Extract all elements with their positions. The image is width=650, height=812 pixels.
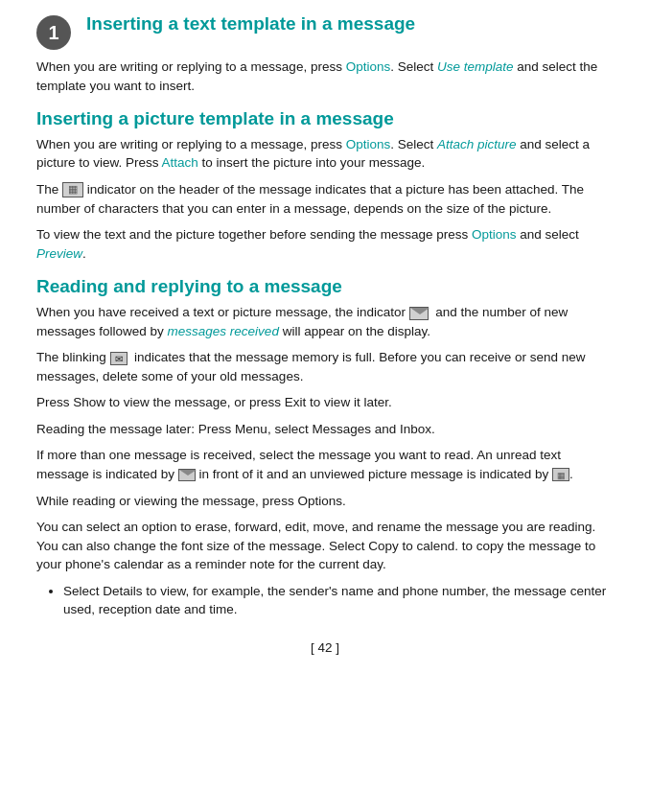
reading-p3: Press Show to view the message, or press… [36,393,614,412]
reading-p7: You can select an option to erase, forwa… [36,518,614,574]
page-container: 1 Inserting a text template in a message… [0,0,650,812]
reading-p1: When you have received a text or picture… [36,303,614,340]
options-link-2: Options [346,137,391,151]
section3-title: Reading and replying to a message [36,276,614,298]
messages-received-link: messages received [168,324,279,338]
section1-title-block: Inserting a text template in a message [86,13,614,39]
pic-template-p3: To view the text and the picture togethe… [36,225,614,263]
reading-p4: Reading the message later: Press Menu, s… [36,420,614,439]
reading-p2: The blinking ✉ indicates that the messag… [36,348,614,385]
preview-link: Preview [36,246,82,261]
unread-envelope-icon [178,469,196,481]
page-footer: [ 42 ] [36,638,614,658]
section2-title: Inserting a picture template in a messag… [36,108,614,130]
section3-body: When you have received a text or picture… [36,303,614,619]
section1-title: Inserting a text template in a message [86,13,614,35]
pic-template-p2: The indicator on the header of the messa… [36,180,614,218]
reading-p6: While reading or viewing the message, pr… [36,492,614,511]
bullet-list: Select Details to view, for example, the… [63,582,614,619]
pic-small-icon: ▦ [552,468,569,481]
use-template-link: Use template [437,59,514,74]
pic-template-p1: When you are writing or replying to a me… [36,135,614,173]
picture-icon [62,182,83,197]
section2-body: When you are writing or replying to a me… [36,135,614,263]
bell-icon: ✉ [110,352,128,365]
reading-p5: If more than one message is received, se… [36,446,614,483]
chapter-header: 1 Inserting a text template in a message [36,13,614,50]
bullet-item-1: Select Details to view, for example, the… [63,582,614,619]
text-template-p1: When you are writing or replying to a me… [36,58,614,95]
attach-picture-link: Attach picture [437,137,517,151]
options-link-3: Options [472,227,517,242]
section1-body: When you are writing or replying to a me… [36,58,614,95]
envelope-icon [409,307,429,320]
page-number: [ 42 ] [311,640,339,655]
attach-link: Attach [162,155,198,170]
chapter-number-badge: 1 [36,15,71,50]
options-link-1: Options [346,59,391,74]
